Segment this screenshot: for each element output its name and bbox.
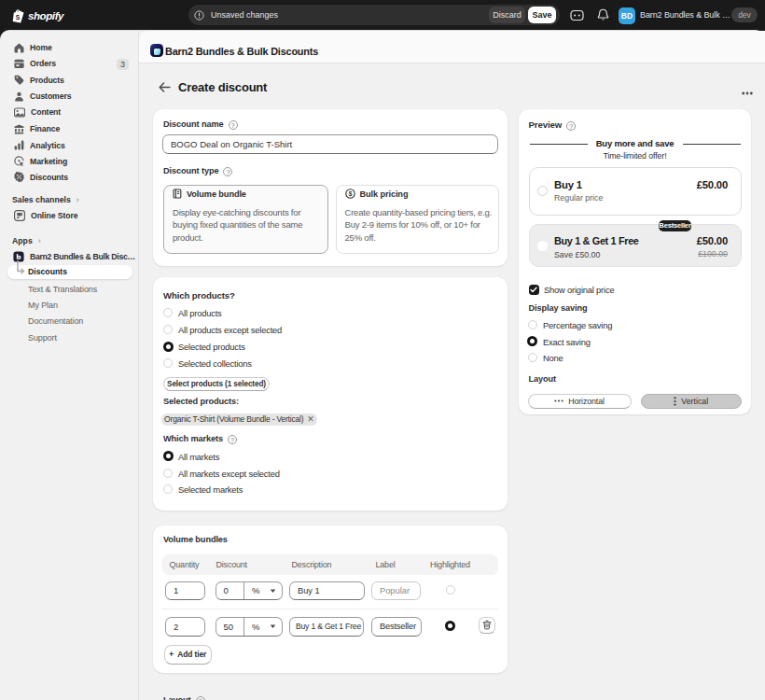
svg-text:S: S xyxy=(16,13,21,20)
svg-text:$: $ xyxy=(348,190,352,198)
